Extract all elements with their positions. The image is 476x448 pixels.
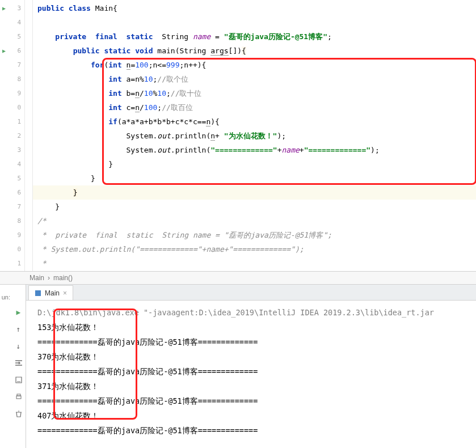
- console-command: D:\jdk1.8\bin\java.exe "-javaagent:D:\id…: [37, 305, 476, 320]
- rerun-button[interactable]: ▶: [13, 306, 24, 318]
- console-line: 407为水仙花数！: [37, 408, 476, 423]
- code-text-area[interactable]: public class Main{ private final static …: [33, 0, 476, 271]
- run-gutter-icon[interactable]: ▶: [2, 5, 6, 11]
- print-button[interactable]: [13, 391, 24, 403]
- breadcrumb-class[interactable]: Main: [26, 274, 48, 282]
- svg-rect-1: [17, 394, 20, 396]
- up-button[interactable]: ↑: [13, 323, 24, 335]
- wrap-button[interactable]: [13, 357, 24, 369]
- breadcrumb-method[interactable]: main(): [50, 274, 76, 282]
- console-line: =============磊哥的java历险记-@51博客===========…: [37, 364, 476, 379]
- run-tab-main[interactable]: Main ×: [28, 285, 73, 300]
- line-number-gutter[interactable]: ▶3 4 5 ▶6 7 8 9 0 1 2 3 4 5 6 7 8 9 0 1: [0, 0, 25, 271]
- run-tabs: Main ×: [26, 285, 476, 301]
- tab-icon: [35, 290, 41, 297]
- run-gutter-icon[interactable]: ▶: [2, 48, 6, 54]
- run-toolbar: ▶ ↑ ↓: [11, 285, 26, 448]
- close-icon[interactable]: ×: [63, 289, 67, 297]
- console-line: =============磊哥的java历险记-@51博客===========…: [37, 335, 476, 349]
- svg-rect-2: [35, 290, 41, 296]
- code-editor: ▶3 4 5 ▶6 7 8 9 0 1 2 3 4 5 6 7 8 9 0 1 …: [0, 0, 476, 271]
- breadcrumb[interactable]: Main›main(): [0, 271, 476, 285]
- run-label: un:: [0, 285, 11, 448]
- scroll-to-end-button[interactable]: [13, 374, 24, 386]
- console-output[interactable]: D:\jdk1.8\bin\java.exe "-javaagent:D:\id…: [26, 301, 476, 438]
- console-line: =============磊哥的java历险记-@51博客===========…: [37, 394, 476, 408]
- delete-button[interactable]: [13, 408, 24, 420]
- fold-column[interactable]: [25, 0, 33, 271]
- console-line: 371为水仙花数！: [37, 379, 476, 394]
- console-line: 153为水仙花数！: [37, 320, 476, 335]
- down-button[interactable]: ↓: [13, 340, 24, 352]
- console-line: 370为水仙花数！: [37, 349, 476, 364]
- svg-rect-0: [16, 396, 21, 399]
- run-tool-window: un: ▶ ↑ ↓ Main × D:\jdk1.8\bin\java.exe …: [0, 285, 476, 448]
- console-line: =============磊哥的java历险记-@51博客===========…: [37, 423, 476, 438]
